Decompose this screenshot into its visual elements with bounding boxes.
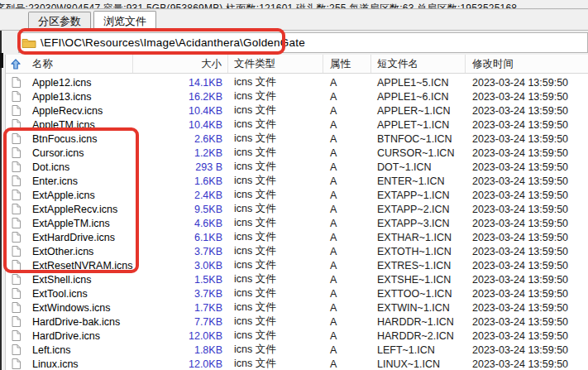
sort-up-arrow-icon (11, 59, 21, 70)
file-name: Apple13.icns (26, 91, 133, 103)
file-size: 12.0KB (133, 330, 228, 342)
file-shortname: EXTHAR~1.ICN (371, 232, 466, 243)
file-shortname: HARDDR~1.ICN (371, 316, 466, 328)
file-size: 12.0KB (133, 358, 228, 370)
table-row[interactable]: Enter.icns 1.6KB icns 文件 A ENTER~1.ICN 2… (6, 174, 588, 188)
file-shortname: EXTAPP~2.ICN (371, 204, 466, 215)
file-type: icns 文件 (228, 146, 323, 160)
file-mtime: 2023-03-24 13:59:50 (466, 344, 588, 356)
file-attr: A (323, 330, 371, 342)
file-mtime: 2023-03-24 13:59:50 (466, 218, 588, 229)
file-name: Apple12.icns (26, 77, 133, 89)
table-row[interactable]: ExtAppleTM.icns 4.6KB icns 文件 A EXTAPP~3… (6, 216, 588, 230)
file-type: icns 文件 (228, 118, 323, 132)
column-header-attributes[interactable]: 属性 (323, 55, 371, 73)
file-icon (12, 218, 21, 228)
table-row[interactable]: ExtTool.icns 3.7KB icns 文件 A EXTTOO~1.IC… (6, 286, 588, 300)
file-attr: A (323, 105, 371, 117)
file-shortname: HARDDR~2.ICN (371, 330, 466, 342)
table-row[interactable]: ExtOther.icns 3.7KB icns 文件 A EXTOTH~1.I… (6, 244, 588, 258)
table-row[interactable]: ExtAppleRecv.icns 9.5KB icns 文件 A EXTAPP… (6, 202, 588, 216)
file-type: icns 文件 (228, 216, 323, 230)
file-type: icns 文件 (228, 89, 323, 103)
file-size: 6.1KB (133, 232, 228, 243)
table-body: Apple12.icns 14.1KB icns 文件 A APPLE1~5.I… (6, 74, 588, 370)
file-attr: A (323, 133, 371, 145)
table-row[interactable]: Cursor.icns 1.2KB icns 文件 A CURSOR~1.ICN… (6, 146, 588, 160)
file-attr: A (323, 260, 371, 271)
column-header-filetype[interactable]: 文件类型 (228, 55, 323, 73)
file-size: 9.5KB (133, 204, 228, 215)
path-bar[interactable]: \EFI\OC\Resources\Image\Acidanthera\Gold… (18, 32, 588, 53)
folder-icon (22, 37, 36, 49)
file-mtime: 2023-03-24 13:59:50 (466, 175, 588, 187)
current-path: \EFI\OC\Resources\Image\Acidanthera\Gold… (41, 36, 305, 49)
table-row[interactable]: Left.icns 1.8KB icns 文件 A LEFT~1.ICN 202… (6, 343, 588, 357)
file-icon (12, 119, 21, 130)
file-attr: A (323, 161, 371, 173)
file-name: ExtWindows.icns (26, 302, 133, 314)
file-icon (12, 246, 21, 257)
file-size: 1.6KB (133, 175, 228, 187)
file-name: ExtShell.icns (26, 274, 133, 286)
file-mtime: 2023-03-24 13:59:50 (466, 316, 588, 328)
file-name: ExtApple.icns (26, 190, 133, 201)
file-shortname: EXTAPP~1.ICN (371, 190, 466, 201)
table-row[interactable]: ExtHardDrive.icns 6.1KB icns 文件 A EXTHAR… (6, 230, 588, 244)
file-shortname: EXTWIN~1.ICN (371, 302, 466, 314)
file-icon (12, 175, 21, 186)
file-size: 293 B (133, 161, 228, 173)
disk-info-text: 序列号:23030W804547 容量:931.5GB(953869MB) 柱面… (0, 2, 517, 8)
file-name: ExtHardDrive.icns (26, 232, 133, 243)
table-row[interactable]: Dot.icns 293 B icns 文件 A DOT~1.ICN 2023-… (6, 160, 588, 174)
left-panel-fragment (0, 53, 3, 68)
file-mtime: 2023-03-24 13:59:50 (466, 147, 588, 159)
file-shortname: BTNFOC~1.ICN (371, 133, 466, 145)
file-name: HardDrive-bak.icns (26, 316, 133, 328)
column-header-shortname[interactable]: 短文件名 (371, 55, 466, 73)
file-name: ExtAppleTM.icns (26, 218, 133, 229)
table-row[interactable]: AppleRecv.icns 10.4KB icns 文件 A APPLER~1… (6, 103, 588, 118)
file-icon (12, 316, 21, 327)
file-size: 3.0KB (133, 260, 228, 271)
table-row[interactable]: ExtWindows.icns 1.7KB icns 文件 A EXTWIN~1… (6, 300, 588, 315)
file-name: AppleTM.icns (26, 119, 133, 131)
file-attr: A (323, 119, 371, 131)
file-name: ExtTool.icns (26, 288, 133, 300)
file-type: icns 文件 (228, 315, 323, 329)
disk-info-bar: 序列号:23030W804547 容量:931.5GB(953869MB) 柱面… (0, 0, 588, 8)
table-row[interactable]: HardDrive.icns 12.0KB icns 文件 A HARDDR~2… (6, 329, 588, 343)
file-type: icns 文件 (228, 103, 323, 118)
file-mtime: 2023-03-24 13:59:50 (466, 358, 588, 370)
column-header-modified-time[interactable]: 修改时间 (466, 55, 588, 73)
table-row[interactable]: Apple13.icns 16.2KB icns 文件 A APPLE1~6.I… (6, 89, 588, 103)
tab-browse-files[interactable]: 浏览文件 (93, 11, 156, 30)
tab-partition-params[interactable]: 分区参数 (28, 12, 91, 30)
table-row[interactable]: Apple12.icns 14.1KB icns 文件 A APPLE1~5.I… (6, 75, 588, 89)
file-attr: A (323, 344, 371, 356)
file-icon (12, 358, 21, 369)
file-shortname: EXTTOO~1.ICN (371, 288, 466, 300)
file-size: 1.5KB (133, 274, 228, 286)
table-row[interactable]: ExtShell.icns 1.5KB icns 文件 A EXTSHE~1.I… (6, 272, 588, 286)
table-row[interactable]: Linux.icns 12.0KB icns 文件 A LINUX~1.ICN … (6, 357, 588, 370)
table-row[interactable]: HardDrive-bak.icns 7.7KB icns 文件 A HARDD… (6, 315, 588, 329)
column-header-name[interactable]: 名称 (26, 55, 133, 73)
header-sort-cell[interactable] (6, 55, 26, 73)
file-mtime: 2023-03-24 13:59:50 (466, 119, 588, 131)
table-row[interactable]: BtnFocus.icns 2.6KB icns 文件 A BTNFOC~1.I… (6, 132, 588, 146)
file-mtime: 2023-03-24 13:59:50 (466, 105, 588, 117)
file-name: BtnFocus.icns (26, 133, 133, 145)
file-size: 10.4KB (133, 119, 228, 131)
file-attr: A (323, 147, 371, 159)
file-shortname: EXTOTH~1.ICN (371, 246, 466, 257)
table-row[interactable]: AppleTM.icns 10.4KB icns 文件 A APPLET~1.I… (6, 118, 588, 132)
file-icon (12, 260, 21, 271)
file-icon (12, 147, 21, 158)
table-row[interactable]: ExtResetNVRAM.icns 3.0KB icns 文件 A EXTRE… (6, 258, 588, 272)
file-name: Left.icns (26, 344, 133, 356)
file-attr: A (323, 358, 371, 370)
table-row[interactable]: ExtApple.icns 2.4KB icns 文件 A EXTAPP~1.I… (6, 188, 588, 202)
column-header-size[interactable]: 大小 (133, 55, 228, 73)
file-icon (12, 91, 21, 102)
